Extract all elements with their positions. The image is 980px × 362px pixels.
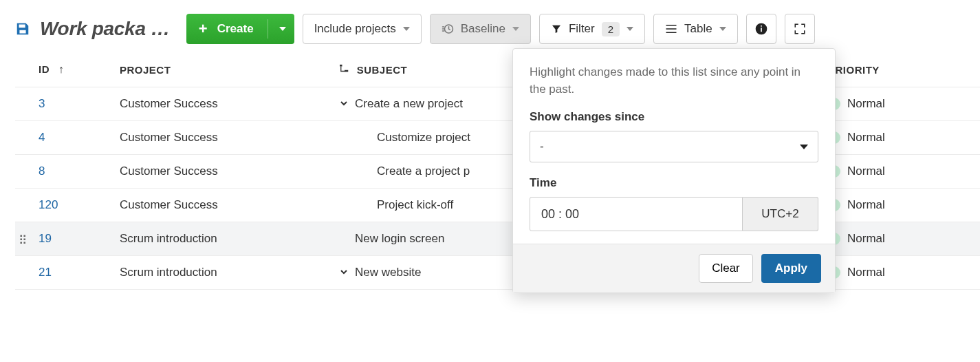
project-cell: Customer Success <box>111 87 331 121</box>
since-label: Show changes since <box>530 110 818 124</box>
project-name: Scrum introduction <box>120 232 217 245</box>
baseline-icon <box>442 23 454 35</box>
priority-cell: Normal <box>820 256 980 290</box>
subject-text: Project kick-off <box>377 198 453 212</box>
timezone-badge: UTC+2 <box>743 197 818 231</box>
since-value: - <box>540 140 544 153</box>
time-value: 00 : 00 <box>541 207 579 222</box>
view-mode-button[interactable]: Table <box>653 14 738 44</box>
id-link[interactable]: 8 <box>39 164 45 178</box>
timezone-value: UTC+2 <box>761 207 798 221</box>
subject-text: New website <box>355 266 421 279</box>
since-select[interactable]: - <box>530 131 818 162</box>
plus-icon: + <box>199 21 208 36</box>
chevron-down-icon <box>627 27 633 31</box>
svg-rect-3 <box>761 25 762 27</box>
baseline-label: Baseline <box>461 22 505 36</box>
page-title: Work packa … <box>40 18 170 40</box>
svg-rect-5 <box>345 70 348 72</box>
priority-cell: Normal <box>820 121 980 155</box>
chevron-down-icon <box>800 145 808 149</box>
chevron-down-icon <box>279 27 286 31</box>
id-link[interactable]: 3 <box>39 97 45 110</box>
baseline-footer: Clear Apply <box>513 244 835 292</box>
view-label: Table <box>684 22 712 36</box>
fullscreen-button[interactable] <box>785 14 815 44</box>
chevron-down-icon <box>512 27 519 31</box>
project-name: Customer Success <box>120 97 218 110</box>
project-cell: Customer Success <box>111 189 331 222</box>
filter-count: 2 <box>602 22 620 36</box>
id-link[interactable]: 19 <box>39 232 52 245</box>
priority-cell: Normal <box>820 155 980 189</box>
project-cell: Customer Success <box>111 121 331 155</box>
create-button[interactable]: + Create <box>186 14 294 44</box>
subject-text: Create a new project <box>355 97 463 111</box>
priority-text: Normal <box>847 164 885 178</box>
col-header-id-label: ID <box>39 63 50 75</box>
priority-cell: Normal <box>820 189 980 222</box>
info-button[interactable] <box>746 14 776 44</box>
baseline-panel: Highlight changes made to this list sinc… <box>512 48 836 293</box>
fullscreen-icon <box>794 23 806 35</box>
col-header-project-label: PROJECT <box>120 64 171 76</box>
filter-button[interactable]: Filter 2 <box>539 14 645 44</box>
subject-text: New login screen <box>355 232 444 246</box>
sort-asc-icon: ↑ <box>58 63 65 75</box>
clear-button[interactable]: Clear <box>699 254 753 283</box>
id-link[interactable]: 21 <box>39 266 52 279</box>
priority-text: Normal <box>847 97 885 111</box>
toolbar: Work packa … + Create Include projects B… <box>0 0 980 54</box>
save-icon[interactable] <box>15 21 30 36</box>
svg-rect-4 <box>340 64 342 66</box>
subject-text: Create a project p <box>377 164 470 178</box>
title-group: Work packa … <box>15 18 170 40</box>
priority-text: Normal <box>847 266 885 279</box>
col-header-subject-label: SUBJECT <box>357 64 408 76</box>
priority-text: Normal <box>847 232 885 246</box>
button-separator <box>268 19 268 39</box>
apply-button[interactable]: Apply <box>761 254 821 283</box>
priority-cell: Normal <box>820 87 980 121</box>
expand-toggle-icon[interactable] <box>340 97 348 111</box>
id-link[interactable]: 120 <box>39 198 58 211</box>
time-input[interactable]: 00 : 00 <box>530 197 743 231</box>
priority-text: Normal <box>847 198 885 212</box>
project-name: Customer Success <box>120 164 218 178</box>
table-icon <box>665 23 677 34</box>
priority-text: Normal <box>847 131 885 145</box>
drag-handle-icon[interactable]: ⠿ <box>17 233 29 248</box>
create-label: Create <box>217 22 254 36</box>
info-icon <box>754 22 768 36</box>
id-link[interactable]: 4 <box>39 131 45 144</box>
chevron-down-icon <box>403 27 410 31</box>
baseline-button[interactable]: Baseline <box>430 14 531 44</box>
chevron-down-icon <box>719 27 726 31</box>
col-header-priority[interactable]: PRIORITY <box>820 54 980 87</box>
project-name: Customer Success <box>120 131 218 144</box>
filter-icon <box>551 23 562 34</box>
project-cell: Scrum introduction <box>111 222 331 256</box>
baseline-description: Highlight changes made to this list sinc… <box>530 64 818 98</box>
col-header-id[interactable]: ID ↑ <box>15 54 111 87</box>
expand-toggle-icon[interactable] <box>340 266 348 279</box>
project-name: Customer Success <box>120 198 218 211</box>
priority-cell: Normal <box>820 222 980 256</box>
hierarchy-icon <box>340 64 349 74</box>
include-projects-button[interactable]: Include projects <box>303 14 422 44</box>
col-header-project[interactable]: PROJECT <box>111 54 331 87</box>
include-projects-label: Include projects <box>314 22 396 36</box>
time-row: 00 : 00 UTC+2 <box>530 197 818 231</box>
svg-rect-2 <box>761 28 762 32</box>
project-cell: Scrum introduction <box>111 256 331 290</box>
subject-text: Customize project <box>377 131 470 145</box>
filter-label: Filter <box>569 22 595 36</box>
col-header-priority-label: PRIORITY <box>828 64 880 76</box>
project-cell: Customer Success <box>111 155 331 189</box>
project-name: Scrum introduction <box>120 266 217 279</box>
time-label: Time <box>530 176 818 190</box>
